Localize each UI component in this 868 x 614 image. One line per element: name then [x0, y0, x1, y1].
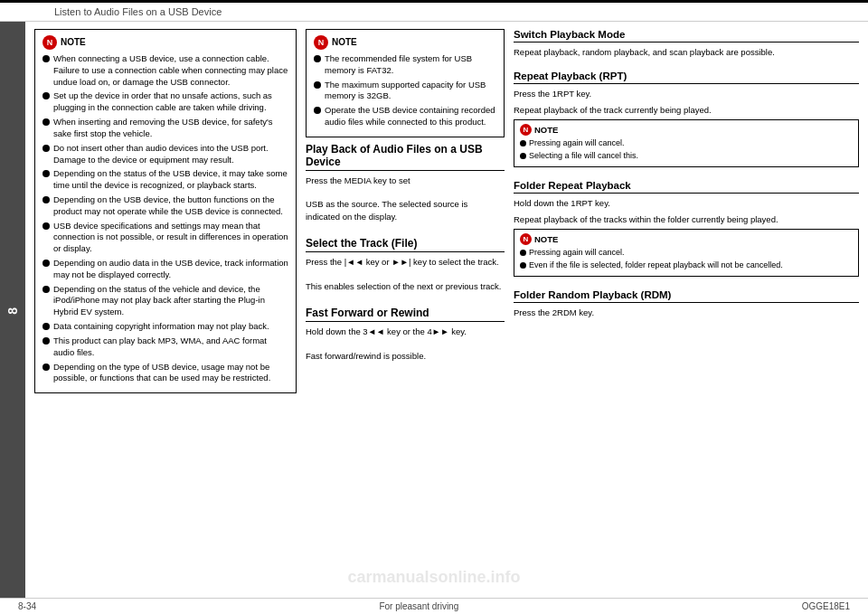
repeat-playback-title: Repeat Playback (RPT) — [514, 71, 859, 84]
bullet-icon — [42, 118, 50, 126]
right-column: Switch Playback Mode Repeat playback, ra… — [514, 29, 859, 590]
folder-note-icon: N — [520, 233, 532, 245]
fast-forward-body: Hold down the 3◄◄ key or the 4►► key. Fa… — [306, 326, 505, 362]
play-back-text-2: USB as the source. The selected source i… — [306, 198, 505, 222]
main-content: N NOTE When connecting a USB device, use… — [25, 22, 868, 598]
folder-repeat-title: Folder Repeat Playback — [514, 180, 859, 194]
page-header: Listen to Audio Files on a USB Device — [0, 3, 868, 22]
switch-playback-section: Switch Playback Mode Repeat playback, ra… — [514, 29, 859, 61]
fast-forward-text-2: Fast forward/rewind is possible. — [306, 350, 505, 362]
switch-playback-body: Repeat playback, random playback, and sc… — [514, 46, 859, 58]
left-note-icon: N — [42, 35, 57, 50]
left-note-text-12: Depending on the type of USB device, usa… — [53, 362, 288, 385]
bullet-icon — [42, 364, 50, 371]
footer-center: For pleasant driving — [379, 601, 458, 611]
left-note-item-1: When connecting a USB device, use a conn… — [42, 53, 288, 88]
repeat-playback-note: N NOTE Pressing again will cancel. Selec… — [514, 119, 859, 167]
middle-note-title: NOTE — [332, 36, 357, 49]
select-track-text-2: This enables selection of the next or pr… — [306, 280, 505, 292]
bullet-icon — [42, 337, 50, 345]
left-note-item-10: Data containing copyright information ma… — [42, 321, 288, 333]
middle-note-item-3: Operate the USB device containing record… — [314, 105, 496, 128]
repeat-playback-body2: Repeat playback of the track currently b… — [514, 104, 859, 116]
bullet-icon — [42, 55, 50, 62]
left-note-text-5: Depending on the status of the USB devic… — [53, 168, 288, 192]
left-note-text-3: When inserting and removing the USB devi… — [53, 117, 288, 140]
folder-note-text-2: Even if the file is selected, folder rep… — [529, 260, 783, 271]
left-note-item-7: USB device specifications and settings m… — [42, 221, 288, 255]
folder-random-title: Folder Random Playback (RDM) — [514, 289, 859, 303]
bullet-icon — [42, 196, 50, 203]
left-note-title: NOTE — [61, 36, 86, 49]
left-note-text-1: When connecting a USB device, use a conn… — [53, 53, 288, 88]
middle-note-item-2: The maximum supported capacity for USB m… — [314, 80, 496, 103]
footer-right: OGGE18E1 — [802, 601, 850, 611]
left-note-box: N NOTE When connecting a USB device, use… — [34, 29, 297, 393]
folder-random-section: Folder Random Playback (RDM) Press the 2… — [514, 289, 859, 322]
left-note-text-2: Set up the device in order that no unsaf… — [53, 90, 288, 114]
small-bullet-icon — [520, 250, 526, 256]
bullet-icon — [42, 260, 50, 267]
small-bullet-icon — [520, 153, 526, 159]
middle-note-box: N NOTE The recommended file system for U… — [306, 29, 505, 137]
play-back-section: Play Back of Audio Files on a USB Device… — [306, 143, 505, 228]
repeat-note-item-2: Selecting a file will cancel this. — [520, 151, 853, 162]
page-footer: 8-34 For pleasant driving OGGE18E1 — [0, 598, 868, 614]
left-note-item-3: When inserting and removing the USB devi… — [42, 117, 288, 140]
middle-note-header: N NOTE — [314, 35, 496, 50]
left-note-text-10: Data containing copyright information ma… — [53, 321, 269, 333]
footer-left: 8-34 — [18, 601, 36, 611]
folder-note-item-1: Pressing again will cancel. — [520, 248, 853, 259]
chapter-tab: 8 — [0, 22, 25, 598]
left-note-text-7: USB device specifications and settings m… — [53, 221, 288, 255]
select-track-body: Press the |◄◄ key or ►►| key to select t… — [306, 256, 505, 292]
repeat-note-text-2: Selecting a file will cancel this. — [529, 151, 638, 162]
repeat-playback-section: Repeat Playback (RPT) Press the 1RPT key… — [514, 71, 859, 171]
middle-note-text-2: The maximum supported capacity for USB m… — [325, 80, 496, 103]
left-note-item-4: Do not insert other than audio devices i… — [42, 143, 288, 166]
bullet-icon — [42, 92, 50, 99]
left-note-item-8: Depending on audio data in the USB devic… — [42, 258, 288, 281]
fast-forward-title: Fast Forward or Rewind — [306, 307, 505, 322]
bullet-icon — [42, 323, 50, 330]
left-note-text-4: Do not insert other than audio devices i… — [53, 143, 288, 166]
repeat-playback-body1: Press the 1RPT key. — [514, 88, 859, 99]
bullet-icon — [314, 55, 321, 62]
select-track-title: Select the Track (File) — [306, 237, 505, 252]
left-note-item-12: Depending on the type of USB device, usa… — [42, 362, 288, 385]
fast-forward-text-1: Hold down the 3◄◄ key or the 4►► key. — [306, 326, 505, 337]
repeat-note-title: NOTE — [534, 125, 558, 135]
folder-repeat-section: Folder Repeat Playback Hold down the 1RP… — [514, 180, 859, 280]
chapter-number: 8 — [5, 306, 20, 315]
content-area: 8 N NOTE When connecting a USB device, u… — [0, 22, 868, 598]
left-note-item-5: Depending on the status of the USB devic… — [42, 168, 288, 192]
left-note-text-9: Depending on the status of the vehicle a… — [53, 284, 288, 318]
page-container: Listen to Audio Files on a USB Device 8 … — [0, 0, 868, 614]
left-note-item-6: Depending on the USB device, the button … — [42, 194, 288, 218]
left-note-item-2: Set up the device in order that no unsaf… — [42, 90, 288, 114]
repeat-note-text-1: Pressing again will cancel. — [529, 138, 625, 149]
select-track-text-1: Press the |◄◄ key or ►►| key to select t… — [306, 256, 505, 268]
left-note-item-11: This product can play back MP3, WMA, and… — [42, 335, 288, 359]
header-title: Listen to Audio Files on a USB Device — [54, 6, 222, 17]
folder-note-header: N NOTE — [520, 233, 853, 245]
repeat-note-item-1: Pressing again will cancel. — [520, 138, 853, 149]
left-note-text-11: This product can play back MP3, WMA, and… — [53, 335, 288, 359]
repeat-note-header: N NOTE — [520, 124, 853, 136]
bullet-icon — [42, 286, 50, 293]
switch-playback-title: Switch Playback Mode — [514, 29, 859, 43]
middle-note-icon: N — [314, 35, 328, 50]
bullet-icon — [314, 81, 321, 89]
middle-note-text-1: The recommended file system for USB memo… — [325, 53, 496, 77]
left-note-item-9: Depending on the status of the vehicle a… — [42, 284, 288, 318]
select-track-section: Select the Track (File) Press the |◄◄ ke… — [306, 237, 505, 298]
middle-note-text-3: Operate the USB device containing record… — [325, 105, 496, 128]
play-back-text-1: Press the MEDIA key to set — [306, 175, 505, 186]
play-back-title: Play Back of Audio Files on a USB Device — [306, 143, 505, 171]
folder-note-item-2: Even if the file is selected, folder rep… — [520, 260, 853, 271]
bullet-icon — [314, 107, 321, 114]
play-back-body: Press the MEDIA key to set USB as the so… — [306, 175, 505, 222]
folder-note-title: NOTE — [534, 234, 558, 244]
repeat-note-icon: N — [520, 124, 532, 136]
left-column: N NOTE When connecting a USB device, use… — [34, 29, 297, 590]
